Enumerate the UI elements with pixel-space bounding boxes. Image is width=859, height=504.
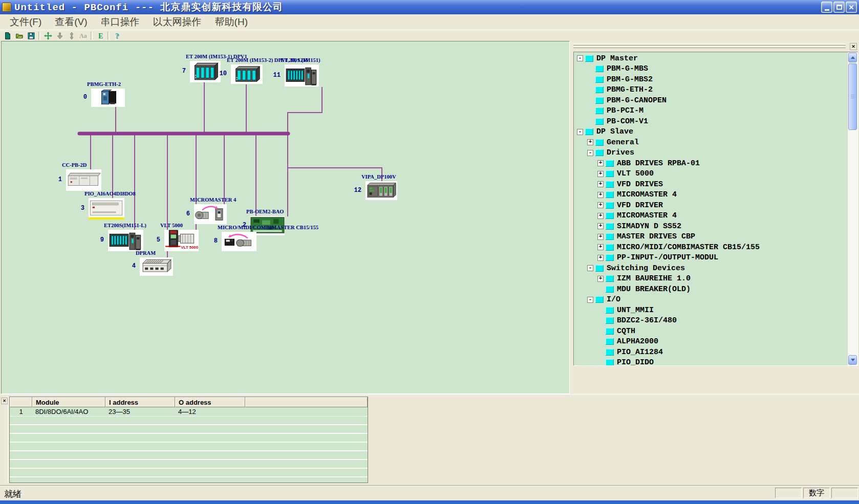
tree-expand-icon[interactable]: +: [587, 139, 593, 145]
toolbar-button-font-size[interactable]: Aa: [77, 31, 89, 40]
tree-expand-icon[interactable]: +: [597, 202, 604, 208]
scroll-up-button[interactable]: [848, 53, 857, 62]
tree-expand-icon[interactable]: +: [597, 171, 604, 177]
device-tree-box[interactable]: -DP MasterPBM-G-MBSPBM-G-MBS2PBMG-ETH-2P…: [573, 52, 858, 366]
panel-gripper[interactable]: ✕: [573, 43, 857, 50]
tree-item-pp-input-output-modul[interactable]: +PP-INPUT-/OUTPUT-MODUL: [575, 253, 847, 264]
tree-collapse-icon[interactable]: -: [587, 265, 593, 271]
tree-item-pb-pci-m[interactable]: PB-PCI-M: [575, 106, 847, 117]
menu-item-f[interactable]: 文件(F): [3, 15, 48, 29]
tree-expand-icon[interactable]: +: [597, 181, 604, 187]
tree-collapse-icon[interactable]: -: [587, 150, 593, 156]
table-header-row-number[interactable]: [10, 397, 32, 407]
device-type-icon: [595, 139, 604, 146]
tree-item-dp-slave[interactable]: -DP Slave: [575, 127, 847, 138]
window-maximize-button[interactable]: [833, 2, 845, 13]
tree-item-label: Switching Devices: [607, 264, 685, 273]
tree-item-izm-baureihe-1-0[interactable]: +IZM BAUREIHE 1.0: [575, 274, 847, 284]
device-node-cc-pb-2d[interactable]: [66, 169, 101, 191]
window-minimize-button[interactable]: [821, 2, 832, 13]
device-type-icon: [606, 317, 614, 324]
tree-item-pbm-g-mbs[interactable]: PBM-G-MBS: [575, 64, 847, 75]
toolbar-button-move-cross[interactable]: [42, 31, 54, 40]
table-row[interactable]: 18DI/8DO/6AI/4AO23—354—12: [10, 407, 368, 417]
menu-item-m3[interactable]: 以太网操作: [146, 15, 208, 29]
tree-item-vfd-driver[interactable]: +VFD DRIVER: [575, 200, 847, 211]
close-icon: ✕: [849, 4, 854, 11]
toolbar-button-help[interactable]: ??: [111, 31, 123, 40]
device-label-dpram: DPRAM: [136, 250, 156, 256]
toolbar-button-open-folder[interactable]: [13, 31, 25, 40]
diagram-canvas[interactable]: PBMG-ETH-20ET 200M (IM153-1) DPV17ET 200…: [1, 41, 570, 394]
device-node-micromaster-4[interactable]: [194, 204, 227, 224]
device-label-pb-oem2-bao: PB-OEM2-BAO: [246, 209, 284, 214]
device-node-vipa-dp100v[interactable]: [366, 181, 397, 200]
scroll-down-button[interactable]: [848, 355, 857, 365]
tree-item-pbm-g-mbs2[interactable]: PBM-G-MBS2: [575, 74, 847, 85]
tree-item-general[interactable]: +General: [575, 137, 847, 148]
toolbar-button-new-file[interactable]: [2, 31, 13, 40]
tree-scrollbar[interactable]: [847, 52, 857, 365]
module-address-table[interactable]: ModuleI addressO address 18DI/8DO/6AI/4A…: [9, 397, 368, 483]
svg-text:Aa: Aa: [79, 32, 87, 39]
tree-item-micro-midi-combimaster-cb15-155[interactable]: +MICRO/MIDI/COMBIMASTER CB15/155: [575, 242, 847, 253]
tree-expand-icon[interactable]: +: [597, 213, 604, 219]
device-node-pio-ai6ao4di8do8[interactable]: [89, 198, 124, 220]
toolbar-button-save[interactable]: [25, 31, 37, 40]
tree-item-master-drives-cbp[interactable]: +MASTER DRIVES CBP: [575, 232, 847, 243]
device-node-et200s-im151-l[interactable]: [108, 230, 143, 251]
toolbar-button-letter-e[interactable]: E: [94, 31, 106, 40]
menu-item-h[interactable]: 帮助(H): [208, 15, 254, 29]
tree-item-pb-com-v1[interactable]: PB-COM-V1: [575, 116, 847, 127]
tree-expand-icon[interactable]: +: [597, 234, 604, 240]
device-node-et-200s-im151[interactable]: [285, 64, 319, 86]
tree-item-simadyn-d-ss52[interactable]: +SIMADYN D SS52: [575, 221, 847, 232]
tree-item-pio-ai1284[interactable]: PIO_AI1284: [575, 347, 847, 358]
tree-item-switching-devices[interactable]: -Switching Devices: [575, 263, 847, 274]
tree-item-pbmg-eth-2[interactable]: PBMG-ETH-2: [575, 85, 847, 96]
tree-collapse-icon[interactable]: -: [587, 297, 593, 303]
station-number-1: 1: [52, 176, 62, 183]
tree-item-mdu-breaker-old[interactable]: MDU BREAKER(OLD): [575, 284, 847, 295]
tree-item-alpha2000[interactable]: ALPHA2000: [575, 337, 847, 347]
tree-item-cqth[interactable]: CQTH: [575, 326, 847, 337]
scrollbar-thumb[interactable]: [848, 63, 857, 130]
tree-item-vlt-5000[interactable]: +VLT 5000: [575, 169, 847, 180]
tree-expand-icon[interactable]: +: [597, 192, 604, 198]
tree-expand-icon[interactable]: +: [597, 244, 604, 250]
table-header-o-address[interactable]: O address: [175, 397, 245, 407]
tree-item-drives[interactable]: -Drives: [575, 148, 847, 159]
tree-collapse-icon[interactable]: -: [577, 55, 583, 61]
table-panel-close-button[interactable]: ✕: [1, 398, 8, 404]
device-node-pbmg-eth-2[interactable]: [91, 89, 125, 107]
window-close-button[interactable]: ✕: [846, 2, 857, 13]
device-node-dpram[interactable]: [140, 257, 173, 276]
table-header-module[interactable]: Module: [32, 397, 105, 407]
tree-expand-icon[interactable]: +: [597, 276, 604, 282]
tree-item-dp-master[interactable]: -DP Master: [575, 53, 847, 64]
tree-panel-close-button[interactable]: ✕: [850, 43, 857, 50]
tree-collapse-icon[interactable]: -: [577, 129, 583, 135]
device-node-et-200m-im153-2-dpv1-h-12m[interactable]: [231, 64, 263, 84]
tree-expand-icon[interactable]: +: [597, 160, 604, 166]
device-node-micro-midi-combimaster-cb15-155[interactable]: [222, 232, 256, 251]
device-type-icon: [606, 359, 614, 365]
tree-item-micromaster-4[interactable]: +MICROMASTER 4: [575, 211, 847, 222]
table-header-i-address[interactable]: I address: [105, 397, 175, 407]
tree-item-vfd-drives[interactable]: +VFD DRIVES: [575, 179, 847, 190]
tree-item-pbm-g-canopen[interactable]: PBM-G-CANOPEN: [575, 95, 847, 106]
toolbar-button-arrow-up-down[interactable]: [66, 31, 77, 40]
device-node-et-200m-im153-1-dpv1[interactable]: [190, 61, 221, 82]
tree-item-i-o[interactable]: -I/O: [575, 295, 847, 305]
menu-item-m2[interactable]: 串口操作: [94, 15, 146, 29]
tree-item-abb-drives-rpba-01[interactable]: +ABB DRIVES RPBA-01: [575, 158, 847, 169]
tree-expand-icon[interactable]: +: [597, 223, 604, 229]
toolbar-button-arrow-down[interactable]: [54, 31, 66, 40]
tree-item-bdzc2-36i-480[interactable]: BDZC2-36I/480: [575, 316, 847, 326]
menu-item-v[interactable]: 查看(V): [48, 15, 94, 29]
device-node-vlt-5000[interactable]: VLT 5000: [164, 230, 199, 251]
tree-item-pio-dido[interactable]: PIO_DIDO: [575, 358, 847, 366]
tree-item-micromaster-4[interactable]: +MICROMASTER 4: [575, 190, 847, 201]
tree-expand-icon[interactable]: +: [597, 255, 604, 261]
tree-item-unt-mmii[interactable]: UNT_MMII: [575, 305, 847, 316]
